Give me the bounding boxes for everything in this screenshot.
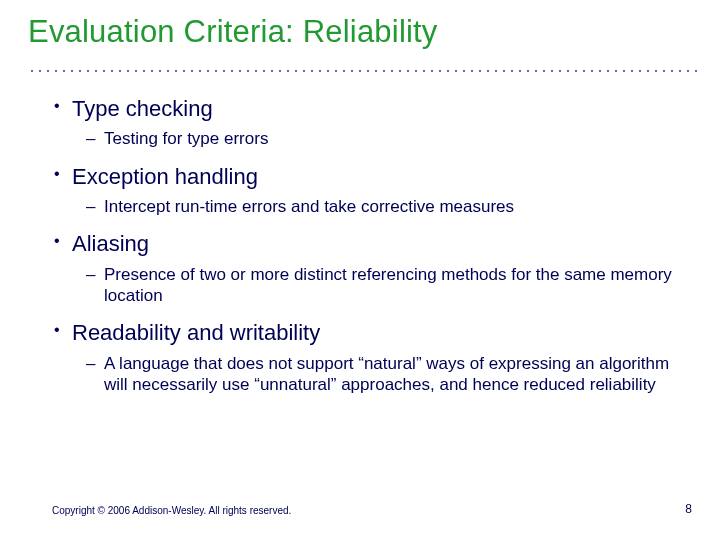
slide-title: Evaluation Criteria: Reliability	[28, 14, 438, 50]
bullet-l1: Type checking	[52, 96, 672, 122]
bullet-l2: A language that does not support “natura…	[86, 353, 672, 396]
subbullet-text: A language that does not support “natura…	[104, 354, 669, 394]
bullet-text: Type checking	[72, 96, 213, 121]
bullet-l1: Aliasing	[52, 231, 672, 257]
bullet-text: Exception handling	[72, 164, 258, 189]
bullet-text: Readability and writability	[72, 320, 320, 345]
content-area: Type checking Testing for type errors Ex…	[52, 96, 672, 409]
subbullet-text: Testing for type errors	[104, 129, 268, 148]
subbullet-text: Intercept run-time errors and take corre…	[104, 197, 514, 216]
bullet-l2: Testing for type errors	[86, 128, 672, 149]
subbullet-text: Presence of two or more distinct referen…	[104, 265, 672, 305]
slide: Evaluation Criteria: Reliability Type ch…	[0, 0, 720, 540]
bullet-l1: Exception handling	[52, 164, 672, 190]
bullet-l1: Readability and writability	[52, 320, 672, 346]
footer-copyright: Copyright © 2006 Addison-Wesley. All rig…	[52, 505, 291, 516]
divider-dots	[28, 70, 702, 72]
bullet-l2: Presence of two or more distinct referen…	[86, 264, 672, 307]
bullet-l2: Intercept run-time errors and take corre…	[86, 196, 672, 217]
bullet-text: Aliasing	[72, 231, 149, 256]
page-number: 8	[685, 502, 692, 516]
